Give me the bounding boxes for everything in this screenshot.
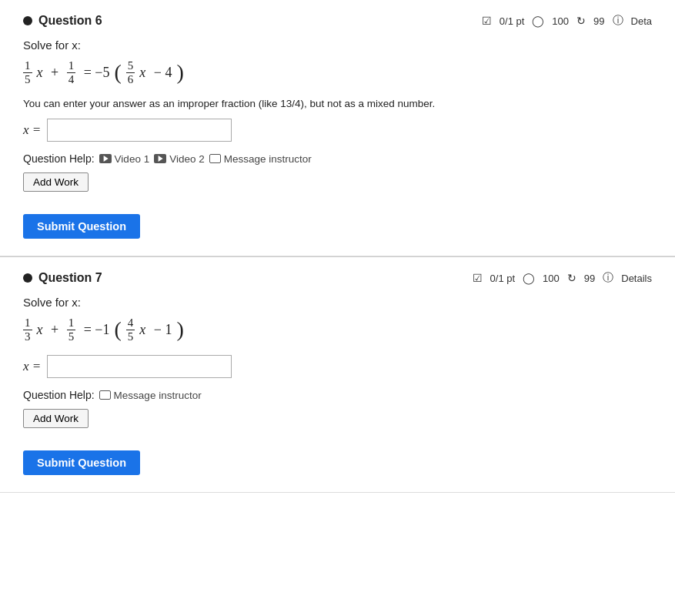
frac-1-5-q7: 1 5	[67, 316, 76, 343]
question-7-answer-row: x =	[23, 355, 652, 378]
question-7-label: Question 7	[38, 271, 102, 285]
question-6-submit-button[interactable]: Submit Question	[23, 214, 140, 239]
question-6-score: 0/1 pt	[500, 15, 525, 27]
minus-sign-q7: − 1	[150, 322, 172, 338]
question-7-help-row: Question Help: Message instructor	[23, 389, 652, 401]
var-x-2: x	[139, 65, 145, 81]
question-6-title: Question 6	[23, 14, 102, 28]
question-7-equation: 1 3 x + 1 5 = −1 ( 4 5 x − 1 )	[23, 316, 652, 343]
question-7-header: Question 7 ☑ 0/1 pt ◯ 100 ↻ 99 ⓘ Details	[23, 271, 652, 285]
close-paren-q7: )	[176, 319, 183, 340]
question-7-answer-input[interactable]	[47, 355, 232, 378]
question-7-block: Question 7 ☑ 0/1 pt ◯ 100 ↻ 99 ⓘ Details…	[0, 257, 675, 493]
frac-1-4: 1 4	[67, 59, 76, 85]
minus-sign-1: − 4	[150, 65, 172, 81]
video1-icon	[99, 154, 112, 163]
video2-icon	[154, 154, 166, 163]
question-6-add-work-button[interactable]: Add Work	[23, 172, 89, 192]
plus-sign-q7: +	[48, 322, 62, 338]
question-6-tries: 100	[552, 15, 569, 27]
question-6-bullet	[23, 16, 32, 25]
question-6-retry: 99	[593, 15, 604, 27]
question-6-help-row: Question Help: Video 1 Video 2 Message i…	[23, 152, 652, 165]
question-6-meta: ☑ 0/1 pt ◯ 100 ↻ 99 ⓘ Deta	[482, 14, 652, 28]
clock-icon: ◯	[532, 15, 544, 27]
question-6-answer-input[interactable]	[47, 119, 232, 142]
question-6-hint: You can enter your answer as an improper…	[23, 98, 652, 109]
question-6-video1-link[interactable]: Video 1	[99, 153, 150, 165]
frac-5-6: 5 6	[126, 59, 135, 85]
video2-label: Video 2	[169, 153, 205, 165]
question-6-message-link[interactable]: Message instructor	[209, 153, 312, 165]
var-x-1: x	[37, 65, 43, 81]
equals-sign-1: = −5	[80, 65, 109, 81]
frac-1-5: 1 5	[23, 59, 32, 85]
message-label-q7: Message instructor	[114, 390, 202, 401]
question-6-solve-label: Solve for x:	[23, 38, 652, 52]
check-icon: ☑	[482, 15, 492, 27]
question-7-meta: ☑ 0/1 pt ◯ 100 ↻ 99 ⓘ Details	[473, 271, 652, 285]
retry-icon: ↻	[576, 15, 586, 27]
question-7-message-link[interactable]: Message instructor	[99, 390, 202, 401]
open-paren-q7: (	[114, 319, 121, 340]
question-7-tries: 100	[543, 273, 560, 284]
video1-label: Video 1	[115, 153, 150, 165]
info-icon: ⓘ	[613, 14, 623, 28]
question-6-video2-link[interactable]: Video 2	[154, 153, 205, 165]
var-x-q7-1: x	[37, 322, 43, 338]
question-7-submit-button[interactable]: Submit Question	[23, 450, 140, 475]
question-7-answer-label: x =	[23, 359, 41, 374]
question-6-details-link[interactable]: Deta	[631, 15, 652, 27]
equals-sign-q7: = −1	[80, 322, 109, 338]
question-6-header: Question 6 ☑ 0/1 pt ◯ 100 ↻ 99 ⓘ Deta	[23, 14, 652, 28]
message-icon-q6	[209, 154, 221, 163]
question-6-label: Question 6	[38, 14, 102, 28]
question-7-score: 0/1 pt	[490, 273, 516, 284]
question-7-help-label: Question Help:	[23, 389, 95, 401]
open-paren-1: (	[114, 62, 121, 83]
question-7-add-work-button[interactable]: Add Work	[23, 409, 89, 428]
question-6-answer-row: x =	[23, 119, 652, 142]
message-icon-q7	[99, 390, 111, 400]
question-6-block: Question 6 ☑ 0/1 pt ◯ 100 ↻ 99 ⓘ Deta So…	[0, 0, 675, 256]
question-6-answer-label: x =	[23, 122, 41, 138]
frac-4-5-q7: 4 5	[126, 316, 135, 343]
frac-1-3: 1 3	[23, 316, 32, 343]
question-7-details-link[interactable]: Details	[621, 273, 652, 284]
message-label-q6: Message instructor	[224, 153, 312, 165]
clock-icon-q7: ◯	[523, 272, 535, 284]
retry-icon-q7: ↻	[567, 272, 576, 284]
question-6-equation: 1 5 x + 1 4 = −5 ( 5 6 x − 4 )	[23, 59, 652, 85]
question-6-help-label: Question Help:	[23, 152, 95, 165]
close-paren-1: )	[176, 62, 183, 83]
info-icon-q7: ⓘ	[603, 271, 613, 285]
plus-sign-1: +	[48, 65, 62, 81]
var-x-q7-2: x	[139, 322, 145, 338]
question-7-bullet	[23, 273, 32, 283]
check-icon-q7: ☑	[473, 272, 483, 284]
question-7-solve-label: Solve for x:	[23, 296, 652, 309]
question-7-retry: 99	[584, 273, 595, 284]
question-7-title: Question 7	[23, 271, 102, 285]
